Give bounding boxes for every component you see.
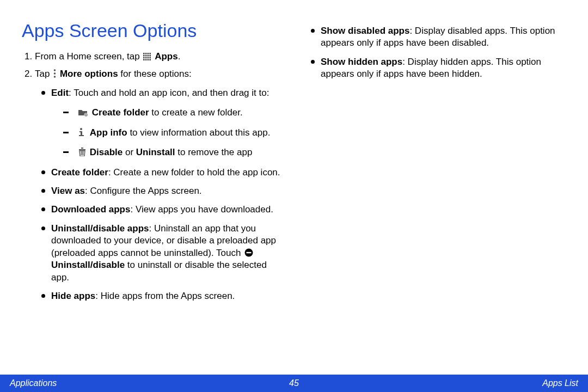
text: for these options: bbox=[118, 69, 192, 79]
text: : View apps you have downloaded. bbox=[130, 204, 273, 215]
text: to create a new folder. bbox=[149, 107, 243, 118]
footer-section-right: Apps List bbox=[299, 378, 588, 388]
label: Disable bbox=[90, 147, 122, 157]
svg-rect-2 bbox=[148, 53, 149, 54]
step-1: From a Home screen, tap Apps. bbox=[35, 51, 284, 63]
svg-rect-1 bbox=[145, 53, 147, 54]
label: Show disabled apps bbox=[321, 26, 409, 36]
info-icon bbox=[78, 128, 86, 137]
option-edit: Edit: Touch and hold an app icon, and th… bbox=[41, 87, 284, 159]
label: Uninstall/disable bbox=[51, 260, 125, 270]
option-show-hidden: Show hidden apps: Display hidden apps. T… bbox=[311, 56, 566, 81]
svg-rect-7 bbox=[150, 55, 151, 57]
footer-section-left: Applications bbox=[0, 378, 289, 388]
text: : Configure the Apps screen. bbox=[85, 186, 202, 196]
target-app-info: App info to view information about this … bbox=[63, 127, 284, 139]
steps-list: From a Home screen, tap Apps. Tap More o… bbox=[22, 51, 284, 303]
label: View as bbox=[51, 186, 85, 196]
svg-rect-11 bbox=[150, 57, 151, 58]
page-title: Apps Screen Options bbox=[22, 19, 284, 43]
trash-icon bbox=[78, 148, 86, 156]
option-create-folder: Create folder: Create a new folder to ho… bbox=[41, 167, 284, 179]
svg-point-18 bbox=[54, 76, 56, 78]
label: Create folder bbox=[92, 107, 149, 118]
option-show-disabled: Show disabled apps: Display disabled app… bbox=[311, 25, 566, 50]
target-disable-uninstall: Disable or Uninstall to remove the app bbox=[63, 146, 284, 158]
text: : Create a new folder to hold the app ic… bbox=[108, 167, 280, 177]
options-list: Edit: Touch and hold an app icon, and th… bbox=[41, 87, 284, 303]
document-page: Apps Screen Options From a Home screen, … bbox=[0, 0, 588, 392]
svg-rect-27 bbox=[247, 252, 252, 253]
option-hide-apps: Hide apps: Hide apps from the Apps scree… bbox=[41, 290, 284, 302]
svg-rect-13 bbox=[145, 59, 147, 60]
text: . bbox=[178, 51, 181, 62]
svg-rect-12 bbox=[143, 59, 145, 60]
svg-rect-21 bbox=[79, 149, 85, 150]
option-view-as: View as: Configure the Apps screen. bbox=[41, 185, 284, 197]
label: App info bbox=[90, 127, 127, 138]
svg-rect-6 bbox=[148, 55, 149, 57]
label: Create folder bbox=[51, 167, 108, 177]
svg-rect-5 bbox=[145, 55, 147, 57]
svg-rect-8 bbox=[143, 57, 145, 58]
svg-rect-15 bbox=[150, 59, 151, 60]
step-2: Tap More options for these options: Edit… bbox=[35, 68, 284, 302]
svg-rect-9 bbox=[145, 57, 147, 58]
label: Uninstall/disable apps bbox=[51, 223, 149, 234]
text-bold: More options bbox=[60, 69, 118, 79]
remove-circle-icon bbox=[244, 248, 253, 257]
svg-rect-22 bbox=[81, 148, 83, 149]
svg-point-17 bbox=[54, 73, 56, 75]
svg-rect-10 bbox=[148, 57, 149, 58]
label: Hide apps bbox=[51, 291, 95, 301]
svg-rect-3 bbox=[150, 53, 151, 54]
text: : Touch and hold an app icon, and then d… bbox=[69, 88, 269, 98]
label: Uninstall bbox=[136, 147, 175, 157]
left-column: Apps Screen Options From a Home screen, … bbox=[22, 19, 284, 367]
text-bold: Apps bbox=[155, 51, 178, 62]
svg-rect-0 bbox=[143, 53, 145, 54]
text: to remove the app bbox=[175, 147, 253, 157]
folder-add-icon bbox=[78, 109, 88, 117]
svg-rect-4 bbox=[143, 55, 145, 57]
more-options-icon bbox=[53, 69, 56, 78]
label: Edit bbox=[51, 88, 69, 98]
option-downloaded-apps: Downloaded apps: View apps you have down… bbox=[41, 204, 284, 216]
svg-point-16 bbox=[54, 70, 56, 72]
svg-point-20 bbox=[80, 128, 82, 130]
text: Tap bbox=[35, 69, 52, 79]
label: Downloaded apps bbox=[51, 204, 130, 215]
text: From a Home screen, tap bbox=[35, 51, 142, 62]
text: or bbox=[122, 147, 136, 157]
text: : Hide apps from the Apps screen. bbox=[95, 291, 235, 301]
label: Show hidden apps bbox=[321, 57, 402, 67]
edit-targets: Create folder to create a new folder. Ap… bbox=[63, 107, 284, 158]
footer-page-number: 45 bbox=[289, 378, 299, 388]
options-list-continued: Show disabled apps: Display disabled app… bbox=[311, 25, 566, 81]
apps-grid-icon bbox=[143, 53, 151, 60]
svg-rect-14 bbox=[148, 59, 149, 60]
target-create-folder: Create folder to create a new folder. bbox=[63, 107, 284, 119]
right-column: Show disabled apps: Display disabled app… bbox=[304, 19, 566, 367]
option-uninstall-disable: Uninstall/disable apps: Uninstall an app… bbox=[41, 223, 284, 284]
page-footer: Applications 45 Apps List bbox=[0, 375, 588, 392]
text: to view information about this app. bbox=[127, 127, 271, 138]
two-column-layout: Apps Screen Options From a Home screen, … bbox=[22, 19, 566, 367]
